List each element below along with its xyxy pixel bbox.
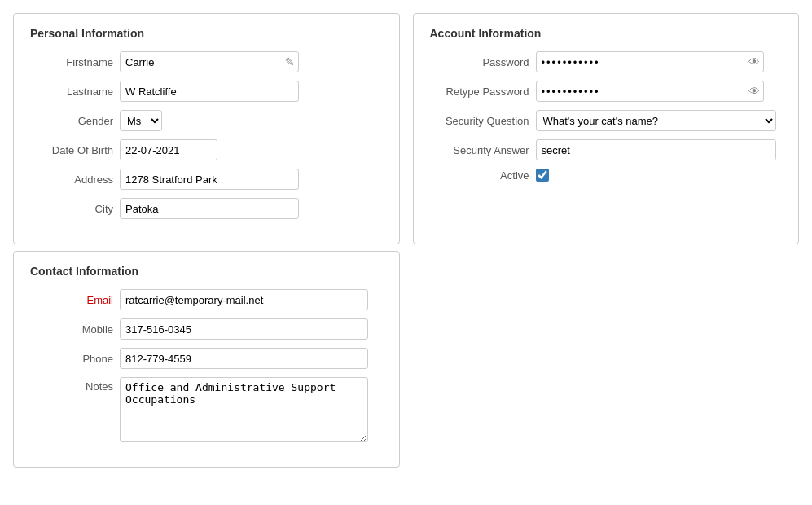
show-password-icon: 👁 xyxy=(748,55,760,68)
email-row: Email xyxy=(30,289,383,310)
contact-information-section: Contact Information Email Mobile Phone N… xyxy=(13,251,400,468)
firstname-input-wrapper: ✎ xyxy=(120,51,299,72)
edit-icon: ✎ xyxy=(285,55,295,68)
account-info-title: Account Information xyxy=(430,27,783,40)
gender-label: Gender xyxy=(30,115,120,127)
password-input-wrapper: 👁 xyxy=(536,51,764,72)
retype-password-input-wrapper: 👁 xyxy=(536,81,764,102)
active-row: Active xyxy=(430,169,783,182)
notes-textarea[interactable]: Office and Administrative Support Occupa… xyxy=(120,377,368,442)
notes-row: Notes Office and Administrative Support … xyxy=(30,377,383,442)
account-information-section: Account Information Password 👁 Retype Pa… xyxy=(413,13,800,244)
city-input[interactable] xyxy=(120,198,299,219)
firstname-row: Firstname ✎ xyxy=(30,51,383,72)
security-answer-label: Security Answer xyxy=(430,144,536,156)
city-label: City xyxy=(30,203,120,215)
firstname-label: Firstname xyxy=(30,56,120,68)
password-row: Password 👁 xyxy=(430,51,783,72)
security-question-label: Security Question xyxy=(430,115,536,127)
password-label: Password xyxy=(430,56,536,68)
retype-password-input[interactable] xyxy=(536,81,764,102)
email-input[interactable] xyxy=(120,289,368,310)
mobile-label: Mobile xyxy=(30,323,120,336)
personal-information-section: Personal Information Firstname ✎ Lastnam… xyxy=(13,13,400,244)
retype-password-row: Retype Password 👁 xyxy=(430,81,783,102)
mobile-input[interactable] xyxy=(120,318,368,340)
security-answer-input[interactable] xyxy=(536,139,776,160)
dob-input[interactable] xyxy=(120,139,217,160)
email-label: Email xyxy=(30,294,120,306)
dob-row: Date Of Birth xyxy=(30,139,383,160)
lastname-input[interactable] xyxy=(120,81,299,102)
contact-info-title: Contact Information xyxy=(30,265,383,278)
retype-password-label: Retype Password xyxy=(430,86,536,98)
personal-info-title: Personal Information xyxy=(30,27,383,40)
active-checkbox[interactable] xyxy=(536,169,549,182)
dob-label: Date Of Birth xyxy=(30,144,120,156)
lastname-row: Lastname xyxy=(30,81,383,102)
firstname-input[interactable] xyxy=(120,51,299,72)
security-answer-row: Security Answer xyxy=(430,139,783,160)
city-row: City xyxy=(30,198,383,219)
gender-row: Gender Mr Ms Mrs Dr xyxy=(30,110,383,131)
address-row: Address xyxy=(30,169,383,190)
mobile-row: Mobile xyxy=(30,318,383,340)
gender-select[interactable]: Mr Ms Mrs Dr xyxy=(120,110,162,131)
lastname-label: Lastname xyxy=(30,86,120,98)
phone-row: Phone xyxy=(30,348,383,369)
active-label: Active xyxy=(430,169,536,182)
address-label: Address xyxy=(30,173,120,186)
phone-input[interactable] xyxy=(120,348,368,369)
security-question-select[interactable]: What's your cat's name? What's your moth… xyxy=(536,110,776,131)
address-input[interactable] xyxy=(120,169,299,190)
password-input[interactable] xyxy=(536,51,764,72)
show-retype-password-icon: 👁 xyxy=(748,85,760,98)
security-question-row: Security Question What's your cat's name… xyxy=(430,110,783,131)
phone-label: Phone xyxy=(30,353,120,365)
notes-label: Notes xyxy=(30,377,120,393)
